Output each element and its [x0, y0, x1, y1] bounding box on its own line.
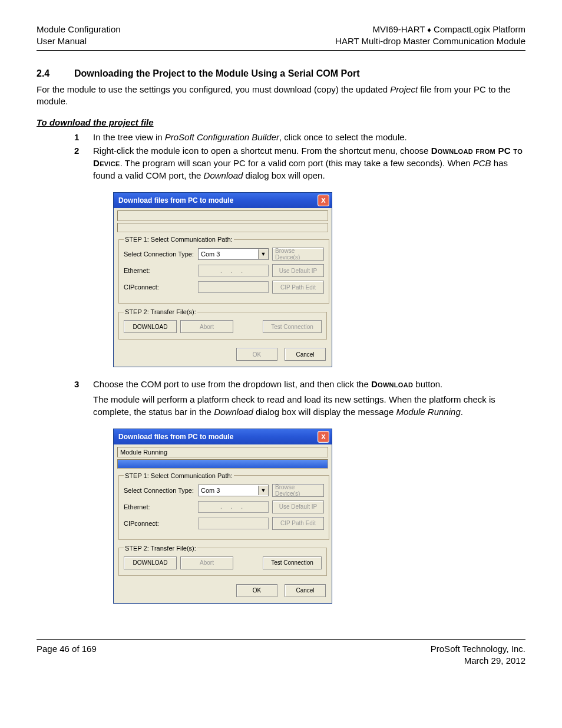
header-left-1: Module Configuration [37, 24, 121, 35]
step1-legend: STEP 1: Select Communication Path: [124, 236, 234, 243]
use-default-ip-button[interactable]: Use Default IP [272, 264, 324, 277]
dialog-titlebar[interactable]: Download files from PC to module X [114, 193, 332, 208]
browse-devices-button[interactable]: Browse Device(s) [272, 248, 324, 261]
ethernet-field: . . . [198, 265, 269, 276]
step1-group: STEP 1: Select Communication Path: Selec… [118, 472, 329, 540]
page-footer: Page 46 of 169 ProSoft Technology, Inc. … [37, 643, 525, 667]
download-button[interactable]: DOWNLOAD [124, 320, 177, 333]
step2-group: STEP 2: Transfer File(s): DOWNLOAD Abort… [118, 308, 327, 340]
section-title: Downloading the Project to the Module Us… [74, 68, 359, 79]
step2-legend: STEP 2: Transfer File(s): [124, 308, 197, 315]
header-left-2: User Manual [37, 35, 121, 47]
label-ethernet: Ethernet: [124, 267, 194, 274]
cip-path-edit-button[interactable]: CIP Path Edit [272, 281, 324, 294]
footer-page-number: Page 46 of 169 [37, 643, 97, 667]
use-default-ip-button[interactable]: Use Default IP [272, 500, 324, 513]
step1-legend: STEP 1: Select Communication Path: [124, 472, 234, 479]
step2-group: STEP 2: Transfer File(s): DOWNLOAD Abort… [118, 545, 327, 576]
header-rule [37, 50, 525, 51]
test-connection-button[interactable]: Test Connection [263, 556, 322, 569]
chevron-down-icon[interactable]: ▼ [258, 249, 268, 259]
dialog-title: Download files from PC to module [118, 433, 233, 441]
step-number: 3 [74, 378, 82, 390]
step-3: 3 Choose the COM port to use from the dr… [74, 378, 525, 390]
abort-button[interactable]: Abort [180, 556, 233, 569]
footer-date: March 29, 2012 [431, 655, 525, 667]
browse-devices-button[interactable]: Browse Device(s) [272, 484, 324, 497]
step2-legend: STEP 2: Transfer File(s): [124, 545, 197, 552]
cancel-button[interactable]: Cancel [285, 584, 326, 597]
status-field [117, 210, 328, 221]
label-cipconnect: CIPconnect: [124, 520, 194, 527]
connection-type-combo[interactable]: Com 3 ▼ [198, 248, 269, 260]
ok-button[interactable]: OK [236, 348, 277, 361]
close-icon[interactable]: X [318, 431, 329, 443]
step-number: 2 [74, 144, 82, 182]
footer-rule [37, 639, 525, 640]
intro-paragraph: For the module to use the settings you c… [37, 84, 525, 108]
download-dialog-1: Download files from PC to module X STEP … [113, 192, 332, 367]
label-ethernet: Ethernet: [124, 503, 194, 510]
download-dialog-2: Download files from PC to module X Modul… [113, 429, 332, 604]
step-number: 1 [74, 131, 82, 143]
section-number: 2.4 [37, 68, 60, 79]
chevron-down-icon[interactable]: ▼ [258, 486, 268, 495]
dialog-titlebar[interactable]: Download files from PC to module X [114, 429, 332, 444]
label-connection-type: Select Connection Type: [124, 251, 194, 258]
header-right-2: HART Multi-drop Master Communication Mod… [335, 35, 525, 47]
connection-type-combo[interactable]: Com 3 ▼ [198, 485, 269, 496]
progress-bar [117, 223, 328, 232]
test-connection-button[interactable]: Test Connection [263, 320, 322, 333]
step-1: 1 In the tree view in ProSoft Configurat… [74, 131, 525, 143]
dialog-title: Download files from PC to module [118, 196, 233, 205]
footer-company: ProSoft Technology, Inc. [431, 643, 525, 655]
subheading: To download the project file [37, 117, 525, 129]
abort-button[interactable]: Abort [180, 320, 233, 333]
close-icon[interactable]: X [318, 195, 329, 206]
cip-field [198, 518, 269, 529]
step-2: 2 Right-click the module icon to open a … [74, 144, 525, 182]
page-header: Module Configuration User Manual MVI69-H… [37, 24, 525, 48]
step-3-followup: The module will perform a platform check… [93, 394, 525, 418]
progress-bar [117, 459, 328, 469]
step1-group: STEP 1: Select Communication Path: Selec… [118, 236, 329, 304]
label-connection-type: Select Connection Type: [124, 487, 194, 494]
header-right-1: MVI69-HART ♦ CompactLogix Platform [335, 24, 525, 35]
download-button[interactable]: DOWNLOAD [124, 556, 177, 569]
cancel-button[interactable]: Cancel [285, 348, 326, 361]
label-cipconnect: CIPconnect: [124, 284, 194, 291]
status-field: Module Running [117, 447, 328, 457]
ok-button[interactable]: OK [236, 584, 277, 597]
cip-field [198, 281, 269, 293]
section-heading: 2.4 Downloading the Project to the Modul… [37, 68, 525, 79]
cip-path-edit-button[interactable]: CIP Path Edit [272, 517, 324, 530]
ethernet-field: . . . [198, 501, 269, 513]
